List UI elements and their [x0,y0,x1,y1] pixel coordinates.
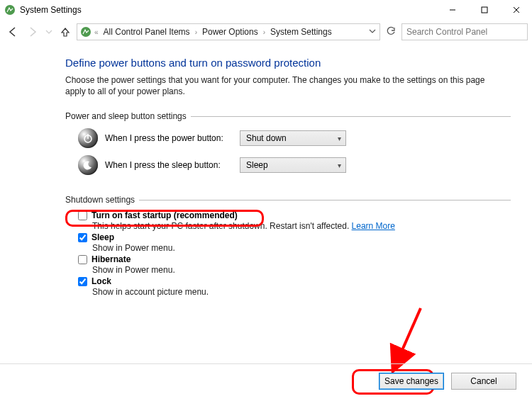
sleep-button-label: When I press the sleep button: [105,160,233,170]
hibernate-label: Hibernate [92,254,131,264]
sleep-button-dropdown[interactable]: Sleep ▾ [240,157,346,173]
cancel-button[interactable]: Cancel [451,373,516,390]
chevron-down-icon: ▾ [338,162,341,169]
refresh-button[interactable] [383,26,399,38]
footer: Save changes Cancel [0,363,532,390]
breadcrumb-item[interactable]: Power Options [200,27,260,37]
section-power-sleep: Power and sleep button settings [65,111,511,121]
app-icon [4,4,16,16]
lock-label: Lock [92,276,111,286]
dropdown-value: Shut down [246,133,287,143]
learn-more-link[interactable]: Learn More [352,221,395,231]
breadcrumb-sep: « [93,28,100,36]
lock-sub: Show in account picture menu. [78,287,511,297]
power-button-dropdown[interactable]: Shut down ▾ [240,130,346,146]
minimize-button[interactable] [436,0,468,20]
close-button[interactable] [500,0,532,20]
breadcrumb-item[interactable]: All Control Panel Items [101,27,192,37]
window-title: System Settings [20,5,82,15]
chevron-right-icon: › [194,28,199,36]
hibernate-item: Hibernate Show in Power menu. [78,254,511,275]
recent-dropdown[interactable] [44,23,54,40]
search-placeholder: Search Control Panel [406,27,487,37]
power-button-label: When I press the power button: [105,133,233,143]
maximize-button[interactable] [468,0,500,20]
dropdown-value: Sleep [246,160,268,170]
sleep-label: Sleep [92,232,114,242]
hibernate-checkbox[interactable] [78,255,87,264]
power-icon [78,128,98,148]
power-button-row: When I press the power button: Shut down… [65,128,511,148]
sleep-icon [78,155,98,175]
content: Define power buttons and turn on passwor… [0,44,532,297]
forward-button[interactable] [24,23,41,40]
section-label: Power and sleep button settings [65,111,187,121]
back-button[interactable] [4,23,21,40]
sleep-sub: Show in Power menu. [78,243,511,253]
breadcrumb-icon [80,26,92,38]
titlebar: System Settings [0,0,532,20]
lock-item: Lock Show in account picture menu. [78,276,511,297]
up-button[interactable] [57,23,74,40]
hibernate-sub: Show in Power menu. [78,265,511,275]
page-heading: Define power buttons and turn on passwor… [65,57,511,69]
search-input[interactable]: Search Control Panel [401,23,528,40]
chevron-right-icon: › [262,28,267,36]
sleep-button-row: When I press the sleep button: Sleep ▾ [65,155,511,175]
address-dropdown[interactable] [367,27,378,37]
sleep-checkbox[interactable] [78,233,87,242]
lock-checkbox[interactable] [78,277,87,286]
breadcrumb-item[interactable]: System Settings [268,27,334,37]
svg-line-8 [397,308,421,361]
annotation-highlight-fast-startup [65,210,264,227]
svg-rect-2 [482,7,487,13]
navbar: « All Control Panel Items › Power Option… [0,20,532,44]
sleep-item: Sleep Show in Power menu. [78,232,511,253]
section-label: Shutdown settings [65,195,135,205]
chevron-down-icon: ▾ [338,135,341,142]
page-description: Choose the power settings that you want … [65,74,491,97]
section-shutdown: Shutdown settings [65,195,511,205]
breadcrumb[interactable]: « All Control Panel Items › Power Option… [77,23,380,40]
save-changes-button[interactable]: Save changes [379,373,444,390]
